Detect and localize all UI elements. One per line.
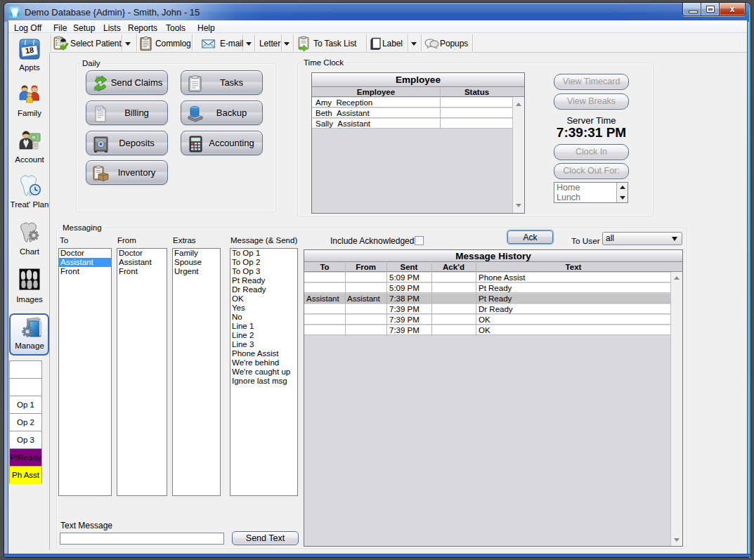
svg-text:18: 18 xyxy=(25,46,34,56)
